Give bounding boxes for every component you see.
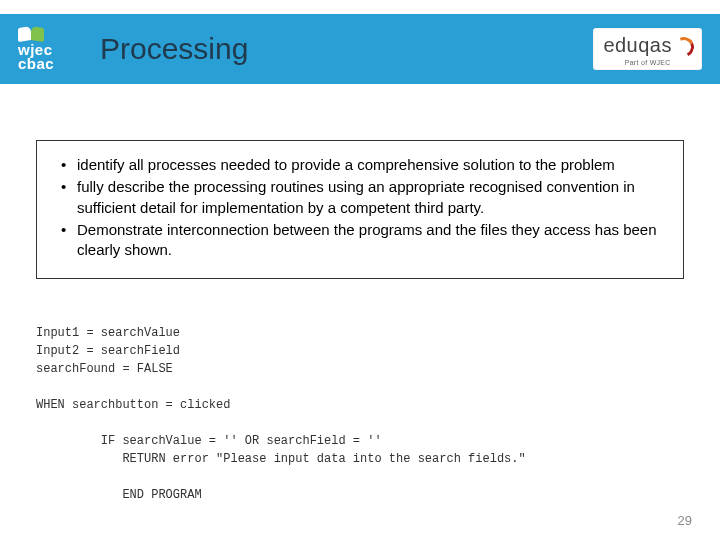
eduqas-brand-text: eduqas <box>603 34 672 57</box>
pseudocode-block: Input1 = searchValue Input2 = searchFiel… <box>36 324 684 504</box>
eduqas-logo: eduqas Part of WJEC <box>593 28 702 70</box>
bullet-item: identify all processes needed to provide… <box>55 155 665 175</box>
header-bar: wjec cbac Processing eduqas Part of WJEC <box>0 14 720 84</box>
swoosh-icon <box>674 37 692 55</box>
bullet-box: identify all processes needed to provide… <box>36 140 684 279</box>
eduqas-subtitle: Part of WJEC <box>625 59 671 66</box>
page-title: Processing <box>100 32 248 66</box>
logo-left-line2: cbac <box>18 57 54 71</box>
bullet-item: Demonstrate interconnection between the … <box>55 220 665 261</box>
page-number: 29 <box>678 513 692 528</box>
slide: wjec cbac Processing eduqas Part of WJEC… <box>0 0 720 540</box>
wjec-cbac-logo: wjec cbac <box>18 27 54 71</box>
bullet-item: fully describe the processing routines u… <box>55 177 665 218</box>
book-icon <box>18 27 44 41</box>
bullet-list: identify all processes needed to provide… <box>55 155 665 260</box>
